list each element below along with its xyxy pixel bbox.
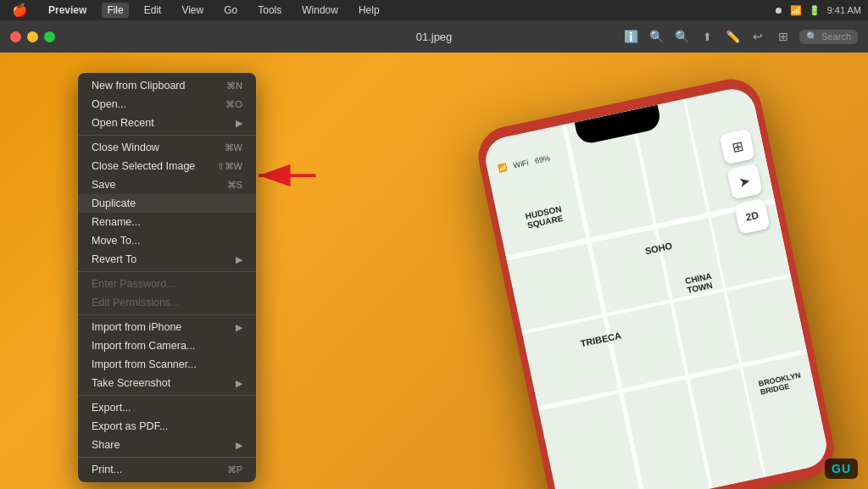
map-label-brooklyn: BROOKLYNBRIDGE — [758, 371, 804, 397]
zoom-out-icon[interactable]: 🔍 — [647, 27, 665, 46]
menubar-preview[interactable]: Preview — [43, 3, 92, 18]
submenu-arrow-screenshot: ▶ — [236, 378, 242, 389]
menubar-tools[interactable]: Tools — [253, 3, 287, 18]
menubar-file[interactable]: File — [102, 3, 128, 18]
close-button[interactable] — [10, 31, 21, 42]
menu-item-import-scanner[interactable]: Import from Scanner... — [78, 355, 256, 374]
menu-item-import-iphone-label: Import from iPhone — [92, 321, 232, 333]
menubar-help[interactable]: Help — [353, 3, 385, 18]
menubar-edit[interactable]: Edit — [139, 3, 167, 18]
info-icon[interactable]: ℹ️ — [621, 27, 640, 46]
map-layers-btn: ⊞ — [720, 129, 756, 165]
clock: 9:41 AM — [827, 5, 861, 15]
control-center-icon[interactable]: ⏺ — [774, 5, 783, 15]
menubar-window[interactable]: Window — [297, 3, 343, 18]
menu-item-print[interactable]: Print... ⌘P — [78, 460, 256, 479]
map-label-hudson: HUDSONSQUARE — [525, 204, 565, 231]
battery-indicator: 69% — [534, 153, 551, 165]
menu-item-export-label: Export... — [92, 402, 242, 414]
map-label-soho: SOHO — [644, 240, 673, 255]
menu-separator-4 — [78, 395, 256, 396]
menu-item-close-selected-shortcut: ⇧⌘W — [217, 161, 242, 172]
crop-icon[interactable]: ⊞ — [774, 27, 793, 46]
menu-item-enter-password: Enter Password... — [78, 275, 256, 293]
menu-item-open-shortcut: ⌘O — [225, 99, 242, 110]
menubar-status-area: ⏺ 📶 🔋 9:41 AM — [774, 5, 861, 16]
menu-item-save[interactable]: Save ⌘S — [78, 175, 256, 194]
menu-item-print-shortcut: ⌘P — [227, 464, 242, 475]
menu-item-rename-label: Rename... — [92, 216, 242, 228]
menu-item-print-label: Print... — [92, 464, 220, 475]
menu-item-take-screenshot[interactable]: Take Screenshot ▶ — [78, 374, 256, 392]
map-label-tribeca: TRIBECA — [580, 330, 622, 348]
menu-item-export-pdf-label: Export as PDF... — [92, 420, 242, 432]
map-road — [522, 274, 792, 334]
watermark: GU — [825, 458, 858, 479]
menubar-view[interactable]: View — [176, 3, 209, 18]
menu-item-edit-permissions: Edit Permissions... — [78, 293, 256, 312]
menu-item-revert-to[interactable]: Revert To ▶ — [78, 250, 256, 269]
menu-item-duplicate-label: Duplicate — [92, 197, 236, 209]
menu-item-open-recent-label: Open Recent — [92, 117, 232, 129]
wifi-icon: 📶 — [790, 5, 802, 16]
rotate-icon[interactable]: ↩ — [748, 27, 767, 46]
maximize-button[interactable] — [44, 31, 55, 42]
menu-item-move-to-label: Move To... — [92, 235, 242, 247]
wifi-indicator: WiFi — [513, 158, 530, 170]
menu-item-save-label: Save — [92, 179, 220, 191]
menu-item-new-clipboard-label: New from Clipboard — [92, 80, 220, 92]
menu-item-close-window-label: Close Window — [92, 142, 218, 153]
map-road — [629, 110, 713, 489]
menu-item-import-camera[interactable]: Import from Camera... — [78, 336, 256, 355]
map-2d-btn: 2D — [734, 198, 771, 235]
menu-separator-2 — [78, 271, 256, 272]
window-title: 01.jpeg — [416, 31, 453, 43]
zoom-in-icon[interactable]: 🔍 — [672, 27, 691, 46]
menu-item-duplicate[interactable]: Duplicate — [78, 194, 256, 213]
menu-item-close-window-shortcut: ⌘W — [225, 142, 242, 153]
search-box[interactable]: 🔍 Search — [799, 30, 858, 44]
menu-separator-5 — [78, 457, 256, 458]
menu-item-import-iphone[interactable]: Import from iPhone ▶ — [78, 318, 256, 336]
menu-item-import-scanner-label: Import from Scanner... — [92, 358, 242, 370]
menu-item-move-to[interactable]: Move To... — [78, 231, 256, 250]
menu-item-share[interactable]: Share ▶ — [78, 436, 256, 454]
menu-item-rename[interactable]: Rename... — [78, 213, 256, 231]
menu-item-close-selected-label: Close Selected Image — [92, 160, 210, 172]
menu-separator-3 — [78, 314, 256, 315]
content-area: SOHO TRIBECA CHINATOWN HUDSONSQUARE BROO… — [0, 53, 868, 489]
menu-item-revert-to-label: Revert To — [92, 253, 232, 265]
submenu-arrow-revert: ▶ — [236, 254, 242, 265]
share-icon[interactable]: ⬆ — [698, 27, 716, 46]
annotate-icon[interactable]: ✏️ — [723, 27, 742, 46]
menubar: 🍎 Preview File Edit View Go Tools Window… — [0, 0, 868, 20]
titlebar: 01.jpeg ℹ️ 🔍 🔍 ⬆ ✏️ ↩ ⊞ 🔍 Search — [0, 20, 868, 53]
menu-item-open[interactable]: Open... ⌘O — [78, 95, 256, 114]
submenu-arrow-iphone: ▶ — [236, 322, 242, 333]
menu-item-new-clipboard[interactable]: New from Clipboard ⌘N — [78, 76, 256, 95]
status-bar: 📶 WiFi 69% — [497, 153, 551, 173]
search-input[interactable]: Search — [821, 31, 851, 42]
menu-item-close-window[interactable]: Close Window ⌘W — [78, 138, 256, 157]
file-menu-dropdown: New from Clipboard ⌘N Open... ⌘O Open Re… — [78, 73, 256, 482]
menu-item-take-screenshot-label: Take Screenshot — [92, 377, 232, 389]
menu-item-edit-permissions-label: Edit Permissions... — [92, 297, 242, 308]
submenu-arrow-share: ▶ — [236, 440, 242, 451]
menu-item-import-camera-label: Import from Camera... — [92, 340, 242, 352]
toolbar: ℹ️ 🔍 🔍 ⬆ ✏️ ↩ ⊞ 🔍 Search — [621, 27, 858, 46]
signal-icon: 📶 — [497, 163, 508, 173]
menu-item-export-pdf[interactable]: Export as PDF... — [78, 417, 256, 436]
menubar-go[interactable]: Go — [219, 3, 242, 18]
apple-menu[interactable]: 🍎 — [7, 1, 33, 19]
menu-item-close-selected[interactable]: Close Selected Image ⇧⌘W — [78, 157, 256, 175]
map-direction-btn: ➤ — [726, 164, 763, 200]
menu-separator-1 — [78, 135, 256, 136]
traffic-lights — [10, 31, 55, 42]
search-icon: 🔍 — [806, 31, 818, 42]
menu-item-open-recent[interactable]: Open Recent ▶ — [78, 114, 256, 132]
submenu-arrow: ▶ — [236, 118, 242, 129]
menu-item-open-label: Open... — [92, 98, 219, 110]
menu-item-export[interactable]: Export... — [78, 398, 256, 417]
menu-item-save-shortcut: ⌘S — [227, 180, 242, 191]
minimize-button[interactable] — [27, 31, 38, 42]
